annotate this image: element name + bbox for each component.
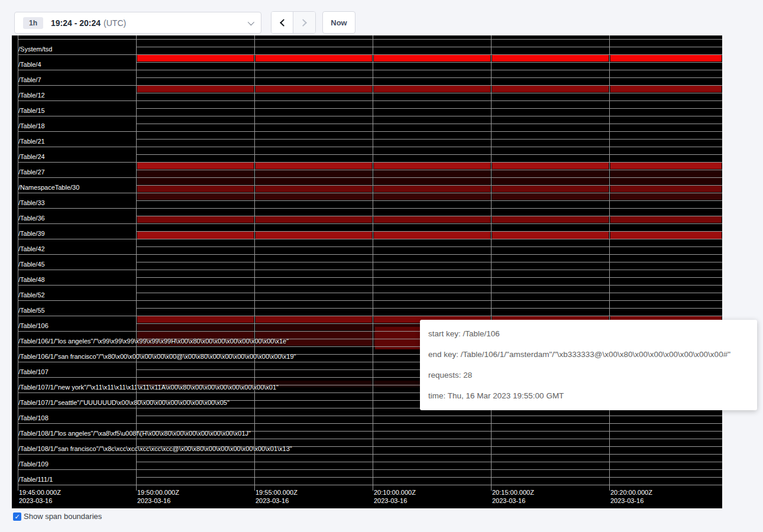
- span-boundary-line: [18, 39, 722, 40]
- heat-band[interactable]: [492, 85, 609, 92]
- heat-band[interactable]: [137, 162, 254, 169]
- row-label: /Table/15: [18, 107, 45, 115]
- heat-band[interactable]: [137, 316, 254, 323]
- heat-band[interactable]: [137, 193, 254, 200]
- heat-band[interactable]: [610, 193, 722, 200]
- axis-tick-label: 20:10:00.000Z: [374, 488, 416, 497]
- row-label: /Table/106/1/"san francisco"/"\x80\x00\x…: [18, 353, 296, 361]
- heat-band[interactable]: [374, 162, 490, 169]
- chevron-right-icon: [299, 19, 307, 27]
- row-label: /Table/27: [18, 168, 45, 176]
- span-boundary-subline: [136, 216, 722, 216]
- heat-band[interactable]: [137, 323, 254, 330]
- span-boundary-subline: [136, 231, 722, 232]
- row-label: /Table/52: [18, 291, 45, 299]
- chevron-down-icon: [248, 18, 254, 25]
- now-button[interactable]: Now: [322, 11, 355, 34]
- heat-band[interactable]: [256, 185, 372, 192]
- span-boundary-subline: [136, 262, 722, 262]
- heat-band[interactable]: [492, 185, 609, 192]
- span-boundary-subline: [136, 77, 722, 78]
- show-span-boundaries-checkbox[interactable]: ✓: [13, 512, 21, 521]
- tooltip-time: time: Thu, 16 Mar 2023 19:55:00 GMT: [428, 391, 749, 400]
- heat-band[interactable]: [610, 162, 722, 169]
- row-label: /Table/108: [18, 414, 49, 422]
- row-label: /Table/18: [18, 122, 45, 130]
- heat-band[interactable]: [492, 162, 609, 169]
- heat-band[interactable]: [137, 185, 254, 192]
- heat-band[interactable]: [374, 216, 490, 223]
- span-boundary-subline: [136, 47, 722, 47]
- heat-band[interactable]: [610, 54, 722, 61]
- heat-band[interactable]: [256, 216, 372, 223]
- heat-band[interactable]: [610, 232, 722, 239]
- heat-band[interactable]: [256, 85, 372, 92]
- row-label: /Table/24: [18, 153, 45, 161]
- heat-band[interactable]: [256, 193, 372, 200]
- row-label: /Table/12: [18, 92, 45, 99]
- row-label: /Table/55: [18, 307, 45, 314]
- row-label: /NamespaceTable/30: [18, 184, 79, 192]
- heat-band[interactable]: [256, 316, 372, 323]
- span-tooltip: start key: /Table/106 end key: /Table/10…: [420, 320, 757, 410]
- heat-band[interactable]: [374, 193, 490, 200]
- time-range-select[interactable]: 1h 19:24 - 20:24 (UTC): [14, 12, 261, 34]
- row-label: /Table/45: [18, 261, 45, 268]
- heat-band[interactable]: [256, 162, 372, 169]
- axis-date-label: 2023-03-16: [137, 497, 170, 505]
- heat-band[interactable]: [137, 216, 254, 223]
- time-gridline: [254, 35, 255, 491]
- axis-date-label: 2023-03-16: [610, 497, 644, 505]
- span-boundary-line: [18, 177, 722, 178]
- heat-band[interactable]: [610, 185, 722, 192]
- axis-tick-label: 19:45:00.000Z: [19, 488, 61, 497]
- next-time-button[interactable]: [293, 12, 315, 33]
- row-label: /Table/48: [18, 276, 45, 284]
- heat-band[interactable]: [374, 54, 490, 61]
- span-boundary-subline: [136, 246, 722, 247]
- heat-band[interactable]: [374, 232, 490, 239]
- span-boundary-line: [18, 239, 722, 239]
- span-boundary-subline: [136, 124, 722, 124]
- heat-band[interactable]: [492, 193, 609, 200]
- span-boundary-subline: [136, 62, 722, 63]
- heat-band[interactable]: [374, 185, 490, 192]
- row-label: /Table/21: [18, 138, 45, 145]
- heatmap-footer: ✓ Show span boundaries: [13, 512, 102, 521]
- span-boundary-line: [18, 469, 722, 470]
- span-boundary-subline: [136, 416, 722, 416]
- prev-time-button[interactable]: [271, 12, 293, 33]
- span-boundary-subline: [136, 200, 722, 201]
- row-label: /Table/7: [18, 76, 41, 84]
- heat-band[interactable]: [137, 232, 254, 239]
- heat-band[interactable]: [492, 216, 609, 223]
- span-boundary-subline: [136, 462, 722, 462]
- span-boundary-line: [18, 147, 722, 147]
- heat-band[interactable]: [256, 323, 372, 330]
- span-boundary-line: [18, 270, 722, 270]
- span-boundary-line: [18, 131, 722, 132]
- heat-band[interactable]: [137, 85, 254, 92]
- span-boundary-line: [18, 193, 722, 193]
- row-label: /Table/39: [18, 230, 45, 238]
- heat-band[interactable]: [610, 216, 722, 223]
- heat-band[interactable]: [374, 85, 490, 92]
- span-boundary-subline: [136, 108, 722, 109]
- axis-date-label: 2023-03-16: [256, 497, 289, 505]
- span-boundary-subline: [136, 477, 722, 478]
- row-label: /Table/111/1: [18, 476, 53, 484]
- heat-band[interactable]: [492, 232, 609, 239]
- axis-date-label: 2023-03-16: [19, 497, 52, 505]
- heat-band[interactable]: [492, 54, 609, 61]
- time-gridline: [136, 35, 137, 491]
- time-range-label: 19:24 - 20:24: [51, 18, 101, 28]
- time-gridline: [609, 35, 610, 491]
- row-label: /Table/106: [18, 322, 49, 330]
- key-visualizer-heatmap[interactable]: /System/tsd/Table/4/Table/7/Table/12/Tab…: [12, 35, 722, 508]
- heat-band[interactable]: [610, 85, 722, 92]
- heat-band[interactable]: [256, 232, 372, 239]
- span-boundary-subline: [136, 139, 722, 140]
- axis-date-label: 2023-03-16: [492, 497, 525, 505]
- heat-band[interactable]: [256, 54, 372, 61]
- heat-band[interactable]: [137, 54, 254, 61]
